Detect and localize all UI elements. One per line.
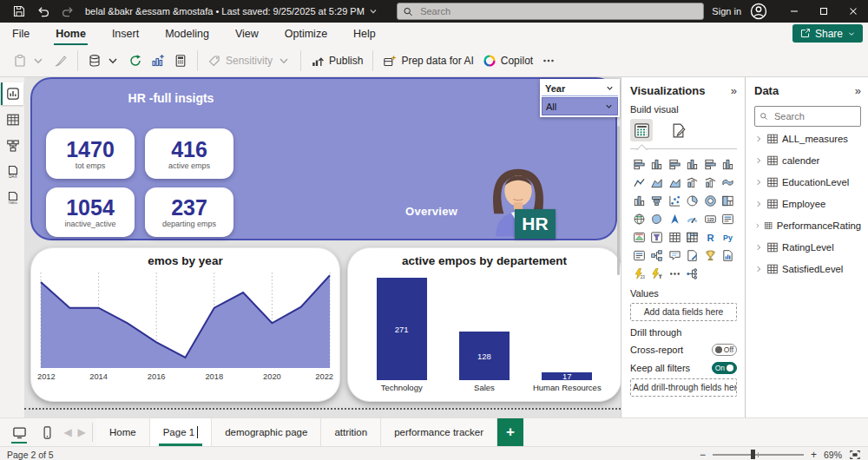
clustered-bar-chart-icon[interactable]	[666, 156, 683, 173]
scatter-chart-icon[interactable]	[666, 193, 683, 209]
menu-tab-home[interactable]: Home	[56, 23, 86, 45]
hundred-stacked-bar-chart-icon[interactable]	[701, 156, 719, 173]
undo-icon[interactable]	[36, 4, 50, 18]
keep-all-filters-toggle[interactable]: On	[712, 362, 737, 374]
sensitivity-button[interactable]: Sensitivity	[203, 50, 295, 71]
year-slicer[interactable]: Year All	[540, 79, 620, 117]
stacked-bar-chart-icon[interactable]	[630, 156, 648, 173]
area-chart-visual[interactable]: emos by year 201220142016201820202022	[30, 247, 340, 402]
line-and-clustered-column-chart-icon[interactable]	[701, 174, 719, 191]
bar-technology[interactable]: 271	[360, 278, 442, 380]
zoom-in-button[interactable]: +	[811, 449, 817, 460]
page-tab-demographic-page[interactable]: demographic page	[212, 418, 321, 446]
power-automate-visual-icon[interactable]: 23	[630, 266, 648, 282]
desktop-view-button[interactable]	[5, 418, 33, 446]
bar-sales[interactable]: 128	[444, 278, 525, 380]
donut-chart-icon[interactable]	[701, 193, 719, 209]
hr-header-panel[interactable]: HR -full insigts 1470tot emps 416active …	[30, 77, 617, 240]
matrix-icon[interactable]	[684, 229, 701, 246]
page-tab-attrition[interactable]: attrition	[321, 418, 381, 446]
collapse-pane-icon[interactable]: »	[855, 84, 861, 97]
table-icon[interactable]	[666, 229, 683, 246]
format-painter-button[interactable]	[49, 50, 72, 71]
zoom-out-button[interactable]: −	[700, 449, 706, 460]
data-search-box[interactable]	[754, 106, 861, 127]
bar-chart-visual[interactable]: active empos by departement 27112817 Tec…	[347, 247, 621, 402]
key-influencers-icon[interactable]	[630, 247, 648, 264]
paste-button[interactable]	[9, 50, 49, 71]
data-table-ratinglevel[interactable]: RatingLevel	[754, 237, 861, 257]
slicer-header[interactable]: Year	[542, 81, 618, 96]
data-table-satisfiedlevel[interactable]: SatisfiedLevel	[754, 259, 861, 279]
get-data-button[interactable]	[83, 50, 124, 71]
python-visual-icon[interactable]: Py	[720, 229, 737, 246]
menu-tab-help[interactable]: Help	[353, 23, 376, 45]
gauge-icon[interactable]	[684, 211, 701, 227]
kpi-icon[interactable]	[630, 229, 648, 246]
filled-map-icon[interactable]	[648, 211, 666, 227]
menu-tab-modeling[interactable]: Modeling	[165, 23, 209, 45]
slicer-value-dropdown[interactable]: All	[542, 97, 618, 115]
global-search-box[interactable]	[397, 3, 704, 20]
prep-data-for-ai-button[interactable]: Prep data for AI	[378, 50, 477, 71]
mobile-view-button[interactable]	[33, 418, 61, 446]
custom-visual-icon[interactable]	[648, 266, 666, 282]
power-apps-visual-icon[interactable]	[720, 247, 737, 264]
new-visual-button[interactable]	[147, 50, 169, 71]
kpi-card-inactive-active[interactable]: 1054inactive_active	[46, 187, 135, 237]
line-and-stacked-column-chart-icon[interactable]	[684, 174, 701, 191]
dax-query-view-button[interactable]: DAX	[1, 161, 23, 183]
card-icon[interactable]: 123	[701, 211, 719, 227]
kpi-card-total-emps[interactable]: 1470tot emps	[46, 128, 135, 179]
kpi-card-departing-emps[interactable]: 237departing emps	[145, 187, 233, 237]
map-icon[interactable]	[630, 211, 648, 227]
page-tab-page-1[interactable]: Page 1	[150, 418, 212, 446]
slicer-icon[interactable]	[648, 229, 666, 246]
next-page-arrow[interactable]: ▶	[75, 418, 89, 446]
ribbon-chart-icon[interactable]	[720, 174, 737, 191]
data-table-performancerating[interactable]: PerformanceRating	[754, 215, 861, 235]
tree-visual-icon[interactable]	[684, 266, 701, 282]
data-table-employee[interactable]: Employee	[754, 194, 861, 214]
minimize-button[interactable]	[779, 0, 809, 23]
build-visual-tab[interactable]	[630, 119, 653, 141]
azure-map-icon[interactable]	[666, 211, 683, 227]
kpi-card-active-emps[interactable]: 416active emps	[145, 128, 233, 179]
close-button[interactable]	[838, 0, 868, 23]
decomposition-tree-icon[interactable]	[648, 247, 666, 264]
waterfall-chart-icon[interactable]	[630, 193, 648, 209]
global-search-input[interactable]	[418, 5, 698, 17]
line-chart-icon[interactable]	[630, 174, 648, 191]
r-script-visual-icon[interactable]: R	[701, 229, 719, 246]
maximize-button[interactable]	[809, 0, 838, 23]
new-measure-button[interactable]	[169, 50, 192, 71]
menu-tab-file[interactable]: File	[12, 23, 30, 45]
copilot-button[interactable]: Copilot	[478, 50, 537, 71]
save-icon[interactable]	[12, 4, 26, 18]
add-page-button[interactable]: +	[497, 418, 523, 446]
stacked-area-chart-icon[interactable]	[666, 174, 683, 191]
account-avatar-icon[interactable]	[750, 3, 767, 20]
page-tab-performance-tracker[interactable]: performance tracker	[381, 418, 497, 446]
more-visuals-icon[interactable]	[666, 266, 683, 282]
model-view-button[interactable]	[1, 135, 23, 157]
menu-tab-insert[interactable]: Insert	[112, 23, 139, 45]
title-dropdown-icon[interactable]	[368, 6, 378, 16]
data-search-input[interactable]	[773, 110, 856, 122]
redo-icon[interactable]	[61, 4, 75, 18]
zoom-slider[interactable]	[713, 454, 804, 456]
more-options-button[interactable]	[537, 50, 560, 71]
share-button[interactable]: Share	[792, 24, 863, 43]
data-table-educationlevel[interactable]: EducationLevel	[754, 172, 861, 192]
paginated-report-icon[interactable]	[684, 247, 701, 264]
add-drill-through-dropzone[interactable]: Add drill-through fields here	[630, 378, 737, 397]
tmdl-view-button[interactable]: TMDL	[1, 187, 23, 209]
pie-chart-icon[interactable]	[684, 193, 701, 209]
metrics-icon[interactable]	[701, 247, 719, 264]
fit-to-page-icon[interactable]	[849, 449, 861, 460]
format-visual-tab[interactable]	[667, 119, 689, 141]
multi-row-card-icon[interactable]	[720, 211, 737, 227]
data-table-calender[interactable]: calender	[754, 150, 861, 170]
treemap-chart-icon[interactable]	[720, 193, 737, 209]
hundred-stacked-column-chart-icon[interactable]	[720, 156, 737, 173]
